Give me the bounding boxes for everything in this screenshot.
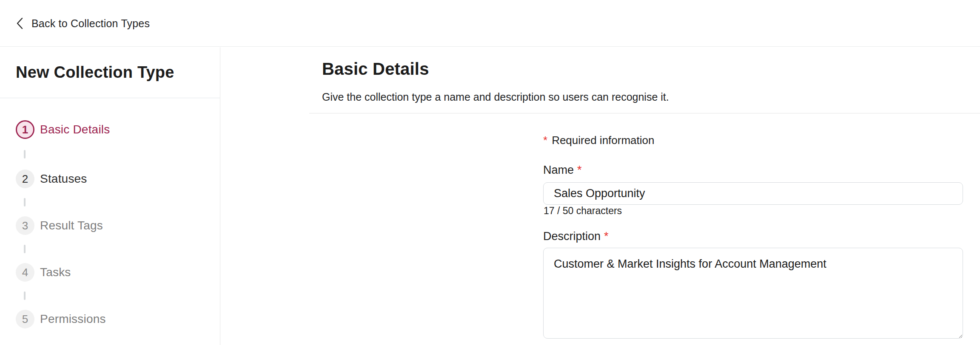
back-link-label: Back to Collection Types <box>31 17 150 30</box>
description-field-label: Description* <box>543 229 609 243</box>
step-label: Result Tags <box>40 219 103 232</box>
top-bar: Back to Collection Types <box>0 0 980 47</box>
wizard-stepper: 1 Basic Details 2 Statuses 3 Result Tags… <box>0 120 220 328</box>
step-number-badge: 1 <box>16 120 34 139</box>
back-to-collection-types-link[interactable]: Back to Collection Types <box>16 0 150 47</box>
basic-details-form: *Required information Name* 17 / 50 char… <box>543 126 963 345</box>
step-number-badge: 4 <box>16 263 34 282</box>
required-note-text: Required information <box>552 134 654 147</box>
step-connector <box>24 150 26 158</box>
step-label: Tasks <box>40 266 71 279</box>
description-textarea[interactable]: Customer & Market Insights for Account M… <box>543 248 963 339</box>
step-label: Basic Details <box>40 123 110 136</box>
step-connector <box>24 245 26 253</box>
sidebar-divider <box>0 98 220 98</box>
step-tasks[interactable]: 4 Tasks <box>16 263 220 282</box>
wizard-sidebar: New Collection Type 1 Basic Details 2 St… <box>0 47 220 345</box>
name-input[interactable] <box>543 182 963 205</box>
step-number-badge: 3 <box>16 216 34 235</box>
required-information-note: *Required information <box>543 133 654 147</box>
section-divider <box>309 113 980 113</box>
step-basic-details[interactable]: 1 Basic Details <box>16 120 220 139</box>
section-heading: Basic Details <box>322 58 429 79</box>
step-connector <box>24 291 26 300</box>
name-field-label: Name* <box>543 163 582 177</box>
chevron-left-icon <box>16 17 24 30</box>
character-counter: 17 / 50 characters <box>544 204 622 217</box>
step-result-tags[interactable]: 3 Result Tags <box>16 216 220 235</box>
step-connector <box>24 198 26 206</box>
main-content: Basic Details Give the collection type a… <box>221 47 980 345</box>
step-label: Permissions <box>40 312 106 326</box>
step-label: Statuses <box>40 172 87 186</box>
section-subheading: Give the collection type a name and desc… <box>322 89 669 105</box>
step-number-badge: 2 <box>16 170 34 188</box>
step-statuses[interactable]: 2 Statuses <box>16 170 220 188</box>
required-asterisk: * <box>577 164 582 176</box>
page-title: New Collection Type <box>16 62 220 82</box>
required-asterisk: * <box>604 230 609 243</box>
step-number-badge: 5 <box>16 310 34 328</box>
step-permissions[interactable]: 5 Permissions <box>16 310 220 328</box>
required-asterisk: * <box>543 134 547 147</box>
